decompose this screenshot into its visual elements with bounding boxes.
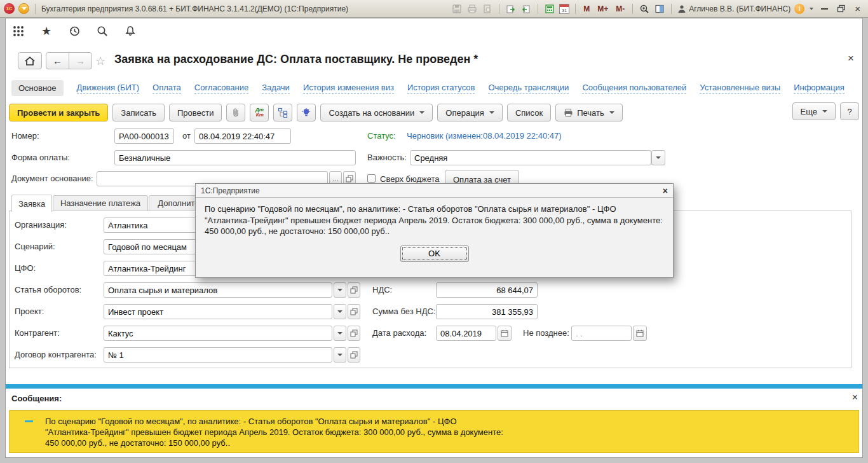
turnover-open-button[interactable]: [348, 282, 360, 298]
close-form-button[interactable]: ×: [848, 52, 854, 65]
counterparty-input[interactable]: [104, 326, 332, 341]
divider: [538, 4, 538, 14]
calendar-icon: [501, 329, 508, 337]
save-icon[interactable]: [451, 3, 463, 15]
calendar-icon[interactable]: 31: [559, 4, 569, 14]
forward-button[interactable]: →: [69, 52, 92, 69]
dt-kt-button[interactable]: ДтКт: [250, 104, 269, 121]
amount-wo-vat-input[interactable]: [436, 304, 538, 319]
turnover-dropdown-button[interactable]: [334, 282, 346, 298]
not-later-calendar-button[interactable]: [633, 326, 647, 341]
contract-open-button[interactable]: [348, 347, 360, 363]
project-input[interactable]: [104, 304, 332, 319]
app-logo-icon: 1С: [4, 3, 15, 14]
history-icon[interactable]: [66, 23, 83, 39]
info-dropdown-arrow-icon[interactable]: [810, 8, 813, 10]
dialog-message: По сценарию "Годовой по месяцам", по ана…: [196, 198, 673, 262]
app-title: Бухгалтерия предприятия 3.0.68.61 + БИТ.…: [41, 4, 348, 13]
expense-date-calendar-button[interactable]: [498, 326, 512, 341]
section-tabs: Основное Движения (БИТ) Оплата Согласова…: [11, 79, 857, 97]
notifications-icon[interactable]: [122, 23, 139, 39]
expense-date-label: Дата расхода:: [372, 326, 426, 341]
contract-input[interactable]: [104, 347, 332, 363]
more-button[interactable]: Еще: [792, 102, 836, 120]
tab-oplata[interactable]: Оплата: [153, 83, 181, 93]
split-view-icon[interactable]: [654, 3, 665, 15]
tab-istoriya-izmeneniya-viz[interactable]: История изменения виз: [303, 83, 394, 93]
importance-input[interactable]: [410, 150, 651, 165]
print-preview-icon[interactable]: [482, 3, 493, 15]
tab-dvizheniya-bit[interactable]: Движения (БИТ): [77, 83, 139, 93]
search-icon[interactable]: [94, 23, 111, 39]
m-button[interactable]: M: [581, 4, 592, 13]
structure-icon: [278, 107, 288, 118]
zoom-icon[interactable]: [639, 3, 650, 15]
navigation-row: ← → ☆ Заявка на расходование ДС: Оплата …: [5, 47, 863, 76]
back-button[interactable]: ←: [46, 52, 69, 69]
create-based-on-button[interactable]: Создать на основании: [320, 104, 433, 121]
over-budget-checkbox[interactable]: [367, 174, 376, 183]
close-messages-button[interactable]: ×: [852, 392, 858, 403]
contract-dropdown-button[interactable]: [334, 347, 346, 363]
project-open-button[interactable]: [348, 304, 360, 319]
favorite-star-icon[interactable]: ☆: [95, 54, 105, 68]
tab-zadachi[interactable]: Задачи: [262, 83, 290, 93]
operation-button[interactable]: Операция: [437, 104, 503, 121]
divider: [499, 4, 499, 14]
counterparty-open-button[interactable]: [348, 326, 360, 341]
date-input[interactable]: [194, 128, 291, 144]
info-icon[interactable]: i: [794, 4, 804, 14]
message-bullet-icon: [25, 420, 33, 422]
importance-dropdown-button[interactable]: [651, 150, 665, 165]
status-link[interactable]: Черновик (изменен:08.04.2019 22:40:47): [407, 128, 562, 144]
close-window-button[interactable]: ×: [851, 4, 864, 13]
post-and-close-button[interactable]: Провести и закрыть: [9, 104, 108, 121]
print-button[interactable]: Печать: [555, 104, 623, 121]
home-button[interactable]: [18, 52, 42, 69]
quick-toolbar: ★: [5, 19, 863, 43]
list-button[interactable]: Список: [507, 104, 551, 121]
dialog-titlebar: 1С:Предприятие ×: [196, 184, 673, 198]
get-link-icon[interactable]: [520, 3, 532, 15]
m-minus-button[interactable]: M-: [614, 4, 627, 13]
restore-button[interactable]: [836, 3, 847, 15]
m-plus-button[interactable]: M+: [595, 4, 610, 13]
current-user[interactable]: Агличев В.В. (БИТ.ФИНАНС): [677, 4, 790, 13]
document-structure-button[interactable]: [273, 104, 292, 121]
vat-input[interactable]: [436, 282, 538, 298]
tab-ustanovlennye-vizy[interactable]: Установленные визы: [700, 83, 780, 93]
tab-ochered-translyacii[interactable]: Очередь трансляции: [488, 83, 569, 93]
attachments-button[interactable]: [226, 104, 245, 121]
tab-soobshcheniya-polzovatelej[interactable]: Сообщения пользователей: [582, 83, 686, 93]
tab-istoriya-statusov[interactable]: История статусов: [407, 83, 475, 93]
detail-tab-naznachenie[interactable]: Назначение платежа: [53, 195, 148, 211]
add-link-icon[interactable]: [505, 3, 517, 15]
calculator-icon[interactable]: [544, 3, 555, 15]
turnover-item-input[interactable]: [104, 282, 332, 298]
project-dropdown-button[interactable]: [334, 304, 346, 319]
print-icon[interactable]: [466, 3, 478, 15]
help-button[interactable]: ?: [840, 102, 859, 120]
tab-informaciya[interactable]: Информация: [794, 83, 844, 93]
dialog-close-button[interactable]: ×: [663, 186, 668, 196]
number-input[interactable]: [114, 128, 174, 144]
write-button[interactable]: Записать: [112, 104, 165, 121]
apps-menu-icon[interactable]: [10, 23, 27, 39]
importance-label: Важность:: [367, 150, 407, 165]
post-button[interactable]: Провести: [169, 104, 222, 121]
tab-soglasovanie[interactable]: Согласование: [194, 83, 248, 93]
minimize-button[interactable]: [821, 8, 828, 10]
amount-wo-vat-label: Сумма без НДС:: [372, 304, 435, 319]
main-menu-icon[interactable]: [18, 3, 29, 14]
not-later-input[interactable]: [571, 326, 632, 341]
counterparty-dropdown-button[interactable]: [334, 326, 346, 341]
tab-osnovnoe[interactable]: Основное: [11, 80, 64, 96]
favorites-icon[interactable]: ★: [38, 23, 55, 39]
expense-date-input[interactable]: [436, 326, 496, 341]
dialog-ok-button[interactable]: OK: [400, 245, 469, 262]
panel-splitter[interactable]: [5, 384, 863, 389]
message-item[interactable]: По сценарию "Годовой по месяцам", по ана…: [9, 410, 859, 453]
hints-button[interactable]: [297, 104, 316, 121]
payment-form-input[interactable]: [114, 150, 356, 165]
detail-tab-zayavka[interactable]: Заявка: [11, 195, 52, 212]
